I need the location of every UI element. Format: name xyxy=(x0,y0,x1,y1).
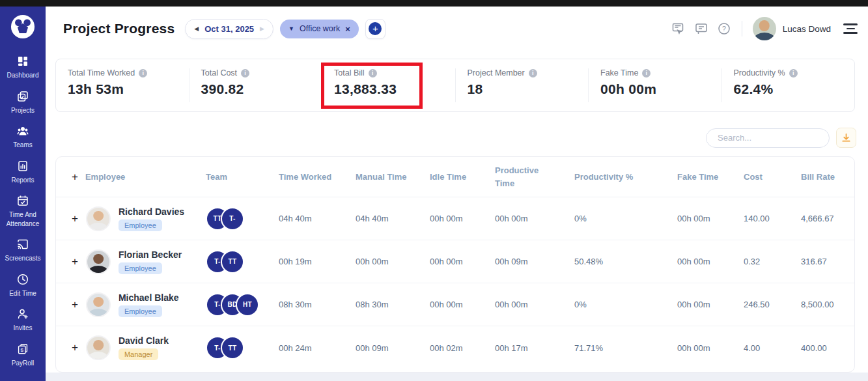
sidebar-item-label: Dashboard xyxy=(6,71,40,80)
table-row: + David Clark Manager T- TT 00h 24m 00h … xyxy=(56,326,854,369)
team-badge[interactable]: HT xyxy=(236,293,259,317)
cell-cost: 140.00 xyxy=(744,214,801,223)
user-menu[interactable]: Lucas Dowd xyxy=(753,17,831,40)
team-cell: T- BD HT xyxy=(206,293,279,317)
expand-row-button[interactable]: + xyxy=(72,212,78,225)
info-icon[interactable]: i xyxy=(789,69,798,78)
info-icon[interactable]: i xyxy=(529,69,537,78)
sidebar-item-payroll[interactable]: $ PayRoll xyxy=(0,343,46,368)
stat-label: Total Time Worked xyxy=(68,68,135,78)
user-name: Lucas Dowd xyxy=(783,24,831,34)
sidebar-item-teams[interactable]: Teams xyxy=(0,124,46,150)
table-header-row: + Employee Team Time Worked Manual Time … xyxy=(56,157,854,197)
filter-tag-label: Office work xyxy=(300,24,340,33)
expand-row-button[interactable]: + xyxy=(72,298,78,311)
selected-date[interactable]: Oct 31, 2025 xyxy=(204,24,254,34)
team-badge[interactable]: T- xyxy=(221,207,244,231)
page-title: Project Progress xyxy=(63,21,175,36)
info-icon[interactable]: i xyxy=(139,69,147,78)
payroll-icon: $ xyxy=(16,343,29,356)
user-avatar[interactable] xyxy=(753,17,776,40)
stat-project-member: Project Memberi 18 xyxy=(455,68,589,102)
sidebar-item-label: Teams xyxy=(12,141,33,150)
cell-cost: 246.50 xyxy=(744,300,801,309)
employee-avatar xyxy=(86,249,111,274)
sidebar: Dashboard Projects Teams Time And Attend… xyxy=(0,7,46,381)
next-date-arrow-icon[interactable]: ▶ xyxy=(260,25,264,32)
sidebar-item-label: Edit Time xyxy=(8,289,38,298)
clock-icon xyxy=(16,273,29,286)
info-icon[interactable]: i xyxy=(369,69,377,78)
employee-name[interactable]: Richard Davies xyxy=(119,206,184,217)
column-header-time-worked[interactable]: Time Worked xyxy=(279,171,356,184)
project-filter-tag[interactable]: ▼ Office work × xyxy=(280,20,359,38)
hamburger-menu-icon[interactable] xyxy=(843,23,858,34)
role-badge: Employee xyxy=(119,262,162,274)
expand-row-button[interactable]: + xyxy=(72,255,78,268)
stat-total-time-worked: Total Time Workedi 13h 53m xyxy=(56,68,189,102)
download-button[interactable] xyxy=(836,128,856,148)
role-badge: Employee xyxy=(119,305,162,317)
column-header-fake-time[interactable]: Fake Time xyxy=(677,171,744,184)
column-header-productivity[interactable]: Productivity % xyxy=(574,171,677,184)
table-row: + Florian Becker Employee T- TT 00h 19m … xyxy=(56,240,854,283)
chevron-down-icon[interactable]: ▼ xyxy=(288,25,294,32)
reports-icon xyxy=(16,160,29,173)
info-icon[interactable]: i xyxy=(642,69,651,78)
sidebar-item-time-and-attendance[interactable]: Time And Attendance xyxy=(0,194,46,228)
add-filter-button[interactable]: + xyxy=(365,19,385,39)
cell-fake-time: 00h 00m xyxy=(677,214,744,223)
stat-label: Fake Time xyxy=(600,68,638,78)
column-header-manual-time[interactable]: Manual Time xyxy=(356,171,430,184)
stat-value: 390.82 xyxy=(201,81,322,97)
cell-time-worked: 04h 40m xyxy=(279,214,356,223)
employee-name[interactable]: Michael Blake xyxy=(119,292,179,303)
sidebar-item-projects[interactable]: Projects xyxy=(0,90,46,115)
stat-total-bill: Total Billi 13,883.33 xyxy=(322,68,455,102)
search-input[interactable] xyxy=(706,128,830,148)
column-header-idle-time[interactable]: Idle Time xyxy=(430,171,495,184)
cell-bill-rate: 400.00 xyxy=(801,343,854,353)
top-black-bar xyxy=(0,0,868,7)
screen-pointer-icon[interactable] xyxy=(671,21,686,36)
plus-icon: + xyxy=(369,22,382,35)
column-header-employee[interactable]: Employee xyxy=(85,171,125,184)
employee-avatar xyxy=(86,292,111,317)
sidebar-item-dashboard[interactable]: Dashboard xyxy=(0,55,46,80)
stat-label: Project Member xyxy=(468,68,525,78)
expand-all-button[interactable]: + xyxy=(72,169,78,186)
sidebar-item-edit-time[interactable]: Edit Time xyxy=(0,273,46,298)
dashboard-grid-icon xyxy=(16,55,29,68)
sidebar-item-screencasts[interactable]: Screencasts xyxy=(0,238,46,263)
stat-value: 13,883.33 xyxy=(334,81,455,97)
employee-name[interactable]: David Clark xyxy=(119,335,169,346)
cell-fake-time: 00h 00m xyxy=(677,300,744,309)
column-header-productive-time[interactable]: Productive Time xyxy=(495,164,574,190)
sidebar-item-invites[interactable]: Invites xyxy=(0,307,46,333)
table-row: + Richard Davies Employee TT T- 04h 40m … xyxy=(56,197,854,240)
info-icon[interactable]: i xyxy=(241,69,249,78)
role-badge: Employee xyxy=(119,219,162,231)
column-header-cost[interactable]: Cost xyxy=(744,171,801,184)
team-badge[interactable]: TT xyxy=(221,336,244,360)
employee-name[interactable]: Florian Becker xyxy=(119,249,182,260)
app-logo[interactable] xyxy=(10,14,35,42)
column-header-bill-rate[interactable]: Bill Rate xyxy=(801,171,854,184)
sidebar-item-reports[interactable]: Time And Attendance Reports xyxy=(0,160,46,185)
stat-productivity: Productivity %i 62.4% xyxy=(721,68,855,102)
chat-icon[interactable] xyxy=(694,21,708,36)
stat-fake-time: Fake Timei 00h 00m xyxy=(588,68,721,102)
page-bottom-strip xyxy=(46,373,868,381)
page-header: Project Progress ◀ Oct 31, 2025 ▶ ▼ Offi… xyxy=(63,14,385,43)
prev-date-arrow-icon[interactable]: ◀ xyxy=(194,25,199,32)
help-icon[interactable]: ? xyxy=(717,21,731,36)
vertical-divider xyxy=(742,21,742,36)
cell-idle-time: 00h 00m xyxy=(430,300,495,309)
cell-fake-time: 00h 00m xyxy=(677,343,744,353)
column-header-team[interactable]: Team xyxy=(206,171,279,184)
expand-row-button[interactable]: + xyxy=(72,341,78,354)
date-navigator[interactable]: ◀ Oct 31, 2025 ▶ xyxy=(185,19,273,39)
close-icon[interactable]: × xyxy=(345,24,350,34)
team-badge[interactable]: TT xyxy=(221,250,244,274)
employee-cell: + Richard Davies Employee xyxy=(72,206,206,231)
